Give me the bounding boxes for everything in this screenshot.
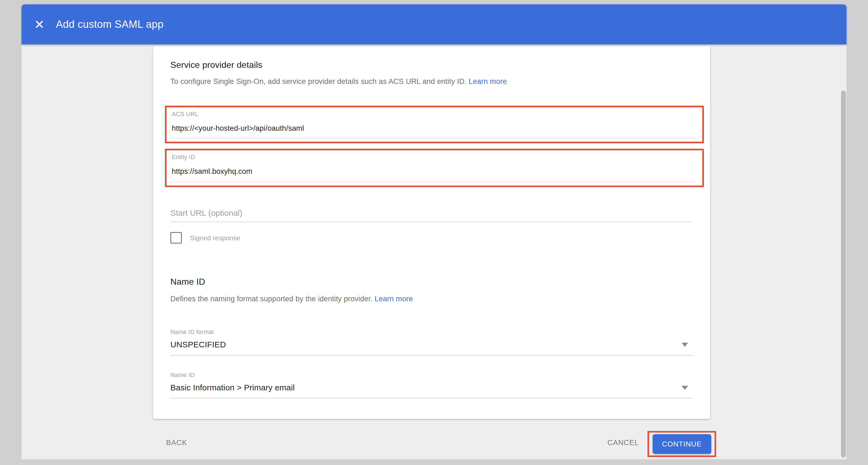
name-id-learn-more-link[interactable]: Learn more — [375, 295, 413, 303]
entity-id-field[interactable]: https://saml.boxyhq.com — [172, 167, 702, 176]
acs-url-label: ACS URL — [172, 110, 702, 118]
name-id-underline — [170, 398, 692, 399]
service-provider-description: To configure Single Sign-On, add service… — [170, 77, 507, 86]
continue-highlight-box: CONTINUE — [647, 431, 716, 457]
service-provider-heading: Service provider details — [170, 60, 262, 70]
acs-url-field[interactable]: https://<your-hosted-url>/api/oauth/saml — [172, 124, 702, 133]
back-button[interactable]: BACK — [166, 439, 187, 447]
modal-title: Add custom SAML app — [56, 19, 163, 30]
name-id-description-text: Defines the naming format supported by t… — [170, 295, 373, 303]
name-id-format-chevron-down-icon[interactable] — [682, 343, 688, 347]
service-provider-learn-more-link[interactable]: Learn more — [469, 77, 507, 86]
name-id-format-select[interactable]: UNSPECIFIED — [170, 340, 226, 349]
form-card — [153, 46, 710, 419]
name-id-field-label: Name ID — [170, 372, 195, 379]
start-url-input[interactable] — [170, 206, 692, 220]
continue-button[interactable]: CONTINUE — [653, 434, 711, 454]
page: ✕ Add custom SAML app Service provider d… — [0, 0, 868, 465]
name-id-description: Defines the naming format supported by t… — [170, 295, 413, 303]
entity-id-label: Entity ID — [172, 154, 702, 161]
close-icon[interactable]: ✕ — [34, 18, 51, 31]
signed-response-label: Signed response — [190, 234, 241, 242]
entity-id-field-underline — [172, 182, 696, 182]
service-provider-description-text: To configure Single Sign-On, add service… — [170, 77, 467, 86]
name-id-heading: Name ID — [170, 277, 205, 287]
scrollbar-thumb[interactable] — [841, 91, 846, 458]
name-id-format-label: Name ID format — [170, 329, 214, 336]
start-url-underline — [170, 222, 692, 222]
entity-id-highlight-box: Entity ID https://saml.boxyhq.com — [165, 149, 704, 187]
acs-url-highlight-box: ACS URL https://<your-hosted-url>/api/oa… — [165, 106, 704, 143]
cancel-button[interactable]: CANCEL — [608, 439, 639, 447]
modal-header: ✕ Add custom SAML app — [22, 4, 846, 44]
name-id-select[interactable]: Basic Information > Primary email — [170, 383, 295, 392]
name-id-format-underline — [170, 355, 692, 356]
name-id-chevron-down-icon[interactable] — [682, 386, 688, 390]
acs-url-field-underline — [172, 138, 696, 138]
signed-response-checkbox[interactable] — [170, 232, 182, 243]
